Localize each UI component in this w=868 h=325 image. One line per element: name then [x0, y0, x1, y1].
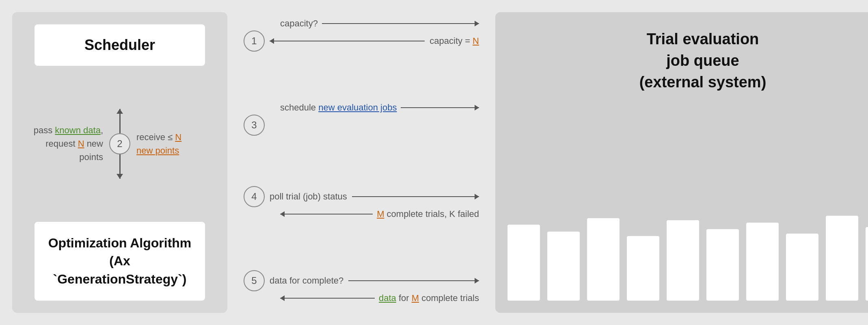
job-bar	[627, 236, 659, 301]
arrow-down	[119, 154, 121, 179]
step-1-block: capacity? 1 capacity = N	[244, 18, 479, 52]
step5-top-row: 5 data for complete?	[244, 270, 479, 291]
step3-top-arrow: schedule new evaluation jobs	[244, 102, 479, 113]
step5-bottom-arrow: data for M complete trials	[244, 293, 479, 303]
capacity-equals-label: capacity = N	[430, 36, 479, 46]
capacity-question-label: capacity?	[280, 18, 318, 29]
right-panel: Trial evaluation job queue (external sys…	[495, 12, 868, 313]
known-data-link: known data	[55, 125, 101, 135]
poll-status-label: poll trial (job) status	[270, 191, 347, 202]
algo-line2: (Ax `GenerationStrategy`)	[53, 254, 187, 286]
right-annotation: receive ≤ N new points	[130, 130, 219, 157]
algo-box: Optimization Algorithm (Ax `GenerationSt…	[35, 222, 205, 301]
arrow-left-4	[280, 214, 373, 214]
pass-label: pass	[34, 125, 55, 135]
left-annotation: pass known data, request N new points	[20, 124, 109, 164]
middle-panel: capacity? 1 capacity = N schedule new ev…	[235, 12, 487, 313]
receive-label: receive ≤	[136, 132, 175, 142]
data-complete-return-label: data for M complete trials	[379, 293, 479, 303]
new-points-link: new points	[136, 145, 179, 156]
complete-trials-label: M complete trials, K failed	[377, 209, 479, 219]
step3-circle-row: 3	[244, 115, 479, 136]
circle-5: 5	[244, 270, 265, 291]
step4-top-row: 4 poll trial (job) status	[244, 186, 479, 207]
circle-2: 2	[109, 133, 130, 154]
data-link: data	[379, 293, 396, 303]
arrow-left-5	[280, 298, 375, 299]
receive-N: N	[175, 132, 181, 142]
algo-title: Optimization Algorithm (Ax `GenerationSt…	[43, 234, 197, 288]
step4-bottom-arrow: M complete trials, K failed	[244, 209, 479, 219]
schedule-label: schedule new evaluation jobs	[280, 102, 397, 113]
arrow-right-4	[352, 196, 479, 197]
capacity-N: N	[473, 36, 479, 46]
arrow-right-3	[401, 107, 479, 108]
step-4-block: 4 poll trial (job) status M complete tri…	[244, 186, 479, 219]
job-bar	[786, 234, 818, 301]
job-bars	[507, 216, 868, 305]
job-bar	[547, 232, 580, 301]
step-3-block: schedule new evaluation jobs 3	[244, 102, 479, 136]
arrow-right-5	[348, 280, 479, 281]
arrow-left-1	[270, 41, 425, 41]
new-label: new	[84, 139, 103, 149]
arrow-right-1	[322, 23, 479, 24]
scheduler-box: Scheduler	[35, 24, 205, 66]
complete-M: M	[377, 209, 384, 219]
data-complete-label: data for complete?	[270, 275, 343, 286]
scheduler-title: Scheduler	[84, 37, 155, 53]
circle-1: 1	[244, 30, 265, 52]
job-bar	[667, 220, 699, 301]
job-bar	[587, 218, 620, 301]
main-container: Scheduler pass known data, request N new…	[0, 0, 868, 325]
job-bar	[866, 227, 868, 301]
step-5-block: 5 data for complete? data for M complete…	[244, 270, 479, 303]
trial-title: Trial evaluation job queue (external sys…	[639, 28, 767, 93]
job-bar	[706, 229, 739, 301]
step1-circle-row: 1 capacity = N	[244, 30, 479, 52]
algo-line1: Optimization Algorithm	[48, 236, 192, 250]
vertical-arrows: 2	[109, 109, 130, 179]
left-panel: Scheduler pass known data, request N new…	[12, 12, 227, 313]
scheduler-algo-arrows: pass known data, request N new points 2 …	[20, 70, 219, 218]
return-M: M	[412, 293, 419, 303]
step1-top-arrow: capacity?	[244, 18, 479, 29]
job-bar	[746, 223, 779, 301]
points-label: points	[79, 152, 103, 162]
job-bar	[507, 225, 540, 301]
job-bar	[826, 216, 858, 301]
comma: ,	[101, 125, 103, 135]
new-eval-jobs-link: new evaluation jobs	[318, 102, 397, 113]
circle-3: 3	[244, 115, 265, 136]
request-label: request	[45, 139, 78, 149]
arrow-up	[119, 109, 121, 133]
circle-4: 4	[244, 186, 265, 207]
request-N: N	[78, 139, 84, 149]
